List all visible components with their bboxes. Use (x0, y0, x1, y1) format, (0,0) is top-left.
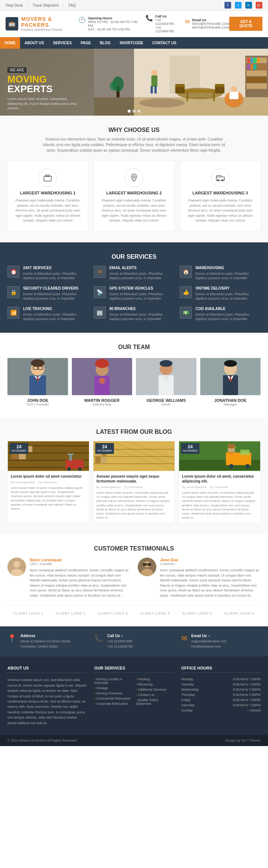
nav-about[interactable]: ABOUT US (20, 37, 48, 49)
footer-address-val: Mover & Packers 10 Down Street, Hunterdo… (20, 639, 87, 649)
nav-page[interactable]: PAGE (76, 37, 96, 49)
nav-shortcode[interactable]: SHORTCODE (115, 37, 148, 49)
nav-blog[interactable]: BLOG (95, 37, 115, 49)
get-quote-button[interactable]: GET A QUOTE (229, 17, 262, 31)
nav-services[interactable]: SERVICES (48, 37, 76, 49)
blog-author-2: By moverspackers (96, 485, 121, 489)
blog-post-title-3[interactable]: Lorem ipsum dolor sit amet, consectetur … (182, 474, 257, 484)
service-icon-5: 📡 (94, 286, 106, 298)
client-logo-6[interactable]: CLIENT LOGO 6 (224, 612, 255, 615)
call-val2: +10 1123456789 (155, 26, 178, 33)
svg-rect-114 (228, 448, 235, 452)
blog-post-title-2[interactable]: Aenean posuere mauris eget neque ferment… (96, 474, 172, 484)
testimonial-card-1: Nunc consequat CEO / Founder Nunc conseq… (7, 558, 130, 598)
footer-link-10[interactable]: Quality Policy Statement (136, 698, 174, 706)
hero-main-line1: MOVING (7, 74, 82, 84)
svg-rect-22 (151, 86, 153, 93)
service-icon-1: ⏰ (7, 266, 19, 278)
logo[interactable]: MOVERS & PACKERS Packers WordPress Theme (6, 16, 78, 32)
nav-contact[interactable]: CONTACT US (148, 37, 181, 49)
hero-body-text: Lorem ipsum dolor sit amet, consectetur … (7, 97, 82, 111)
client-logo-4[interactable]: CLIENT LOGO 4 (140, 612, 170, 615)
svg-rect-31 (251, 58, 253, 63)
team-card-martin: MARTIN ROGGER Delivery Boy (72, 358, 133, 406)
svg-rect-30 (247, 58, 250, 63)
hero-dot-2[interactable] (133, 110, 135, 113)
client-logos: CLIENT LOGO 1 CLIENT LOGO 2 CLIENT LOGO … (7, 606, 261, 615)
svg-rect-27 (246, 70, 267, 76)
team-role-john: CEO / Founder (7, 403, 68, 406)
blog-img-3: 24 NOVEMBER (179, 441, 260, 471)
hours-row-2: Wednesday 9:00AM to 7:00PM (181, 688, 261, 691)
hours-row-5: Saturday 9:00AM to 7:00PM (181, 703, 261, 707)
blog-card-1[interactable]: 24 NOVEMBER Lorem ipsum dolor sit amet c… (7, 441, 89, 523)
help-desk-link[interactable]: Help Desk (6, 3, 23, 7)
main-nav: HOME ABOUT US SERVICES PAGE BLOG SHORTCO… (0, 37, 268, 49)
footer-link-1[interactable]: Moving Locally or Interstate (94, 677, 132, 685)
svg-point-40 (139, 99, 185, 107)
why-choose-subtitle: Vivamus non elementum lacus. Nam ac mole… (41, 136, 227, 153)
footer-link-3[interactable]: Moving Overseas (94, 691, 132, 695)
blog-grid: 24 NOVEMBER Lorem ipsum dolor sit amet c… (7, 441, 261, 523)
svg-point-20 (151, 70, 157, 75)
footer-email-icon: ✉ (181, 634, 188, 643)
service-title-4: SECURITY CLEARED DRIVERS (23, 286, 88, 290)
topbar: Help Desk | Track Shipment | FAQ f t in … (0, 0, 268, 11)
footer-link-5[interactable]: Corporate Relocation (94, 702, 132, 706)
service-item-9: 💵 COD AVAILABLE Donec et bibendum justo.… (180, 307, 261, 322)
hero-dot-3[interactable] (137, 110, 140, 113)
client-logo-5[interactable]: CLIENT LOGO 5 (182, 612, 213, 615)
hero-section: WE ARE MOVING EXPERTS Lorem ipsum dolor … (0, 49, 268, 116)
svg-point-93 (78, 467, 82, 471)
blog-meta-2: By moverspackers (0) Comments (96, 485, 172, 489)
why-choose-section: WHY CHOOSE US Vivamus non elementum lacu… (0, 116, 268, 242)
faq-link[interactable]: FAQ (68, 3, 76, 7)
blog-card-3[interactable]: 24 NOVEMBER Lorem ipsum dolor sit amet, … (179, 441, 261, 523)
footer-link-2[interactable]: Storage (94, 686, 132, 690)
nav-home[interactable]: HOME (0, 37, 20, 49)
testimonial-photo-1 (7, 558, 26, 576)
svg-rect-105 (101, 457, 107, 463)
feature-card-3: LARGEST WAREHOUSING 3 Praesent eget male… (180, 161, 261, 231)
blog-author-3: By moverspackers (182, 485, 207, 489)
footer-link-9[interactable]: Contact Us (136, 693, 174, 697)
svg-rect-42 (45, 175, 50, 177)
footer-link-8[interactable]: Additional Services (136, 688, 174, 691)
client-logo-1[interactable]: CLIENT LOGO 1 (13, 612, 44, 615)
footer-link-4[interactable]: Commercial Relocation (94, 697, 132, 700)
email-val2: INFO@SITENAME.COM (192, 26, 229, 29)
footer-link-7[interactable]: Receiving (136, 683, 174, 686)
hero-main-line2: EXPERTS (7, 84, 82, 94)
footer-link-6[interactable]: Packing (136, 677, 174, 681)
hero-dot-1[interactable] (128, 110, 131, 113)
call-val1: +10 1123456789 (155, 18, 178, 26)
opening-hours-block: 🕐 Opening Hours MON TO FRI : 10:00 AM TO… (78, 16, 138, 31)
testimonial-content-1: Nunc consequat CEO / Founder Nunc conseq… (30, 558, 130, 598)
topbar-links: Help Desk | Track Shipment | FAQ (6, 3, 76, 7)
track-shipment-link[interactable]: Track Shipment (33, 3, 59, 7)
service-desc-5: Donec et bibendum justo. Phasellus dapib… (109, 292, 175, 301)
footer-email-block: ✉ Email Us – support@sitename.com info@s… (181, 634, 261, 649)
svg-point-92 (67, 467, 71, 471)
linkedin-icon[interactable]: in (245, 2, 252, 9)
service-item-5: 📡 GPS SYSTEM VEHICLES Donec et bibendum … (94, 286, 175, 301)
footer-services-title: OUR SERVICES (94, 666, 173, 673)
blog-card-2[interactable]: 24 NOVEMBER Aenean posuere mauris eget n… (93, 441, 175, 523)
client-logo-2[interactable]: CLIENT LOGO 2 (56, 612, 86, 615)
googleplus-icon[interactable]: g+ (256, 2, 262, 9)
facebook-icon[interactable]: f (224, 2, 231, 9)
twitter-icon[interactable]: t (235, 2, 242, 9)
service-desc-6: Donec et bibendum justo. Phasellus dapib… (195, 292, 261, 301)
service-title-1: 24X7 SERVICES (23, 266, 88, 270)
feature-icon-2 (125, 168, 143, 187)
blog-date-2: 24 NOVEMBER (95, 443, 114, 454)
client-logo-3[interactable]: CLIENT LOGO 3 (98, 612, 128, 615)
svg-rect-77 (230, 377, 231, 381)
call-label: Call Us (155, 14, 178, 18)
svg-rect-90 (69, 454, 72, 461)
blog-post-title-1[interactable]: Lorem ipsum dolor sit amet consectetur (11, 474, 86, 479)
feature-card-1: LARGEST WAREHOUSING 1 Praesent eget male… (7, 161, 88, 231)
testimonial-role-1: CEO / Founder (30, 562, 130, 566)
copyright-text: © 2015 Movers & Packers All Rights Reser… (7, 739, 77, 742)
service-title-7: LIVE TRACKING (23, 307, 88, 311)
